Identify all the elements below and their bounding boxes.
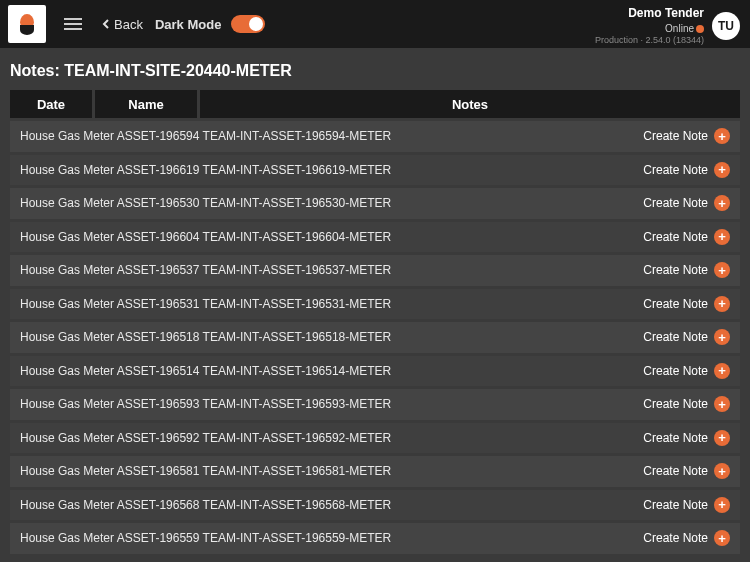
user-name: Demo Tender (595, 6, 704, 22)
table-row[interactable]: House Gas Meter ASSET-196592 TEAM-INT-AS… (10, 423, 740, 454)
plus-icon: + (714, 296, 730, 312)
avatar[interactable]: TU (712, 12, 740, 40)
create-note-label: Create Note (643, 163, 708, 177)
column-notes[interactable]: Notes (200, 90, 740, 118)
table-body: House Gas Meter ASSET-196594 TEAM-INT-AS… (10, 121, 740, 554)
plus-icon: + (714, 396, 730, 412)
plus-icon: + (714, 497, 730, 513)
plus-icon: + (714, 262, 730, 278)
create-note-button[interactable]: Create Note+ (643, 497, 730, 513)
row-text: House Gas Meter ASSET-196604 TEAM-INT-AS… (20, 230, 643, 244)
row-text: House Gas Meter ASSET-196581 TEAM-INT-AS… (20, 464, 643, 478)
create-note-label: Create Note (643, 431, 708, 445)
table-row[interactable]: House Gas Meter ASSET-196530 TEAM-INT-AS… (10, 188, 740, 219)
plus-icon: + (714, 162, 730, 178)
dark-mode-label: Dark Mode (155, 15, 265, 33)
create-note-label: Create Note (643, 498, 708, 512)
table-row[interactable]: House Gas Meter ASSET-196594 TEAM-INT-AS… (10, 121, 740, 152)
create-note-label: Create Note (643, 364, 708, 378)
create-note-button[interactable]: Create Note+ (643, 262, 730, 278)
create-note-label: Create Note (643, 330, 708, 344)
version-label: Production · 2.54.0 (18344) (595, 35, 704, 47)
create-note-button[interactable]: Create Note+ (643, 128, 730, 144)
row-text: House Gas Meter ASSET-196514 TEAM-INT-AS… (20, 364, 643, 378)
table-row[interactable]: House Gas Meter ASSET-196581 TEAM-INT-AS… (10, 456, 740, 487)
table-row[interactable]: House Gas Meter ASSET-196537 TEAM-INT-AS… (10, 255, 740, 286)
create-note-label: Create Note (643, 230, 708, 244)
row-text: House Gas Meter ASSET-196559 TEAM-INT-AS… (20, 531, 643, 545)
table-row[interactable]: House Gas Meter ASSET-196568 TEAM-INT-AS… (10, 490, 740, 521)
create-note-label: Create Note (643, 297, 708, 311)
table-row[interactable]: House Gas Meter ASSET-196604 TEAM-INT-AS… (10, 222, 740, 253)
plus-icon: + (714, 195, 730, 211)
plus-icon: + (714, 229, 730, 245)
row-text: House Gas Meter ASSET-196537 TEAM-INT-AS… (20, 263, 643, 277)
dark-mode-toggle[interactable] (231, 15, 265, 33)
toggle-knob (249, 17, 263, 31)
user-area: Demo Tender Online Production · 2.54.0 (… (595, 6, 740, 46)
create-note-button[interactable]: Create Note+ (643, 463, 730, 479)
create-note-label: Create Note (643, 464, 708, 478)
row-text: House Gas Meter ASSET-196594 TEAM-INT-AS… (20, 129, 643, 143)
back-label: Back (114, 17, 143, 32)
page-content: Notes: TEAM-INT-SITE-20440-METER Date Na… (0, 48, 750, 562)
create-note-button[interactable]: Create Note+ (643, 229, 730, 245)
back-button[interactable]: Back (100, 17, 143, 32)
row-text: House Gas Meter ASSET-196592 TEAM-INT-AS… (20, 431, 643, 445)
app-logo (8, 5, 46, 43)
table-row[interactable]: House Gas Meter ASSET-196593 TEAM-INT-AS… (10, 389, 740, 420)
chevron-left-icon (100, 18, 112, 30)
table-row[interactable]: House Gas Meter ASSET-196559 TEAM-INT-AS… (10, 523, 740, 554)
create-note-button[interactable]: Create Note+ (643, 430, 730, 446)
create-note-button[interactable]: Create Note+ (643, 195, 730, 211)
create-note-label: Create Note (643, 196, 708, 210)
create-note-label: Create Note (643, 397, 708, 411)
row-text: House Gas Meter ASSET-196593 TEAM-INT-AS… (20, 397, 643, 411)
online-status: Online (595, 22, 704, 35)
plus-icon: + (714, 363, 730, 379)
top-bar: Back Dark Mode Demo Tender Online Produc… (0, 0, 750, 48)
table-row[interactable]: House Gas Meter ASSET-196619 TEAM-INT-AS… (10, 155, 740, 186)
column-date[interactable]: Date (10, 90, 92, 118)
row-text: House Gas Meter ASSET-196518 TEAM-INT-AS… (20, 330, 643, 344)
table-row[interactable]: House Gas Meter ASSET-196518 TEAM-INT-AS… (10, 322, 740, 353)
page-title: Notes: TEAM-INT-SITE-20440-METER (10, 48, 740, 90)
create-note-label: Create Note (643, 263, 708, 277)
plus-icon: + (714, 530, 730, 546)
table-row[interactable]: House Gas Meter ASSET-196514 TEAM-INT-AS… (10, 356, 740, 387)
row-text: House Gas Meter ASSET-196530 TEAM-INT-AS… (20, 196, 643, 210)
table-row[interactable]: House Gas Meter ASSET-196531 TEAM-INT-AS… (10, 289, 740, 320)
online-dot-icon (696, 25, 704, 33)
plus-icon: + (714, 463, 730, 479)
create-note-button[interactable]: Create Note+ (643, 396, 730, 412)
create-note-button[interactable]: Create Note+ (643, 363, 730, 379)
table-header: Date Name Notes (10, 90, 740, 118)
row-text: House Gas Meter ASSET-196531 TEAM-INT-AS… (20, 297, 643, 311)
column-name[interactable]: Name (95, 90, 197, 118)
create-note-button[interactable]: Create Note+ (643, 162, 730, 178)
create-note-button[interactable]: Create Note+ (643, 329, 730, 345)
row-text: House Gas Meter ASSET-196568 TEAM-INT-AS… (20, 498, 643, 512)
create-note-label: Create Note (643, 531, 708, 545)
create-note-button[interactable]: Create Note+ (643, 296, 730, 312)
plus-icon: + (714, 128, 730, 144)
create-note-button[interactable]: Create Note+ (643, 530, 730, 546)
create-note-label: Create Note (643, 129, 708, 143)
menu-icon[interactable] (64, 18, 82, 30)
plus-icon: + (714, 329, 730, 345)
plus-icon: + (714, 430, 730, 446)
row-text: House Gas Meter ASSET-196619 TEAM-INT-AS… (20, 163, 643, 177)
